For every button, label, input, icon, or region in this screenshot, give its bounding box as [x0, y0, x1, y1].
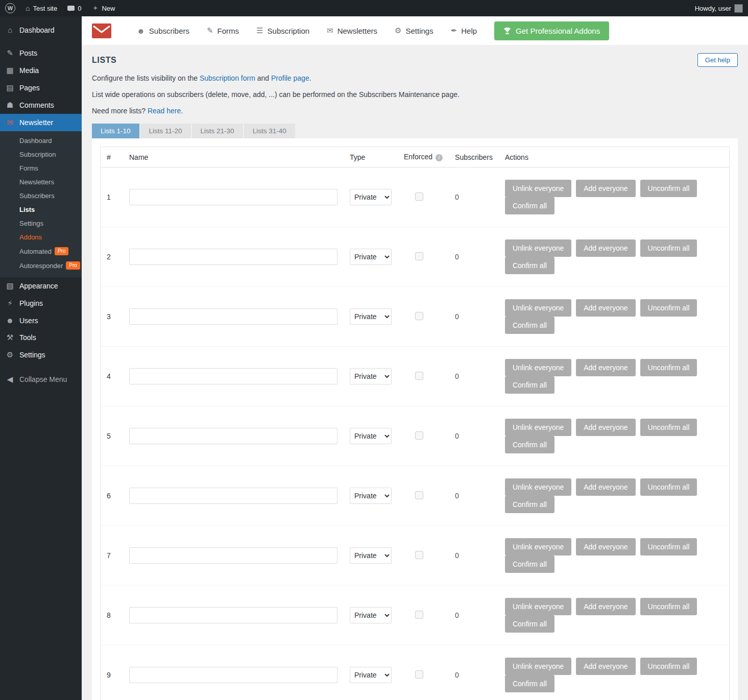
- tab-lists-1-10[interactable]: Lists 1-10: [92, 124, 139, 138]
- enforced-checkbox[interactable]: [415, 372, 423, 380]
- list-name-input[interactable]: [129, 488, 337, 504]
- add-everyone-button[interactable]: Add everyone: [576, 478, 635, 496]
- sidebar-item-newsletter[interactable]: ✉Newsletter: [0, 114, 82, 131]
- unconfirm-all-button[interactable]: Unconfirm all: [640, 239, 697, 257]
- unlink-everyone-button[interactable]: Unlink everyone: [505, 359, 571, 376]
- list-type-select[interactable]: Private: [350, 488, 392, 504]
- list-type-select[interactable]: Private: [350, 547, 392, 564]
- add-everyone-button[interactable]: Add everyone: [576, 180, 635, 197]
- submenu-item-forms[interactable]: Forms: [0, 161, 82, 175]
- nav-item-help[interactable]: ✒Help: [451, 26, 477, 35]
- unconfirm-all-button[interactable]: Unconfirm all: [640, 359, 697, 376]
- unlink-everyone-button[interactable]: Unlink everyone: [505, 419, 571, 436]
- list-name-input[interactable]: [129, 249, 337, 265]
- enforced-checkbox[interactable]: [415, 551, 423, 559]
- nav-item-forms[interactable]: ✎Forms: [207, 26, 239, 35]
- submenu-item-lists[interactable]: Lists: [0, 203, 82, 216]
- confirm-all-button[interactable]: Confirm all: [505, 376, 554, 394]
- unlink-everyone-button[interactable]: Unlink everyone: [505, 299, 571, 317]
- subscription-form-link[interactable]: Subscription form: [200, 74, 255, 82]
- add-everyone-button[interactable]: Add everyone: [576, 658, 635, 675]
- submenu-item-subscription[interactable]: Subscription: [0, 148, 82, 161]
- unlink-everyone-button[interactable]: Unlink everyone: [505, 538, 571, 556]
- unlink-everyone-button[interactable]: Unlink everyone: [505, 658, 571, 675]
- nav-item-newsletters[interactable]: ✉Newsletters: [327, 26, 377, 35]
- enforced-checkbox[interactable]: [415, 491, 423, 499]
- tab-lists-21-30[interactable]: Lists 21-30: [192, 124, 243, 138]
- enforced-checkbox[interactable]: [415, 252, 423, 260]
- unlink-everyone-button[interactable]: Unlink everyone: [505, 180, 571, 197]
- sidebar-item-collapse-menu[interactable]: ◀Collapse Menu: [0, 371, 82, 388]
- enforced-checkbox[interactable]: [415, 192, 423, 201]
- add-everyone-button[interactable]: Add everyone: [576, 598, 635, 615]
- comments-indicator[interactable]: 0: [62, 0, 86, 16]
- confirm-all-button[interactable]: Confirm all: [505, 317, 554, 334]
- sidebar-item-posts[interactable]: ✎Posts: [0, 44, 82, 62]
- list-type-select[interactable]: Private: [350, 607, 392, 623]
- unconfirm-all-button[interactable]: Unconfirm all: [640, 598, 697, 615]
- confirm-all-button[interactable]: Confirm all: [505, 496, 554, 513]
- submenu-item-autoresponder[interactable]: AutoresponderPro: [0, 258, 82, 273]
- unconfirm-all-button[interactable]: Unconfirm all: [640, 180, 697, 197]
- list-name-input[interactable]: [129, 667, 337, 683]
- list-name-input[interactable]: [129, 428, 337, 444]
- enforced-checkbox[interactable]: [415, 670, 423, 679]
- unconfirm-all-button[interactable]: Unconfirm all: [640, 658, 697, 675]
- sidebar-item-appearance[interactable]: ▧Appearance: [0, 277, 82, 295]
- sidebar-item-dashboard[interactable]: ⌂Dashboard: [0, 21, 82, 38]
- add-everyone-button[interactable]: Add everyone: [576, 419, 635, 436]
- add-everyone-button[interactable]: Add everyone: [576, 239, 635, 257]
- confirm-all-button[interactable]: Confirm all: [505, 615, 554, 633]
- sidebar-item-users[interactable]: ☻Users: [0, 312, 82, 329]
- confirm-all-button[interactable]: Confirm all: [505, 197, 554, 214]
- read-here-link[interactable]: Read here: [148, 107, 181, 115]
- unconfirm-all-button[interactable]: Unconfirm all: [640, 478, 697, 496]
- list-type-select[interactable]: Private: [350, 189, 392, 205]
- tab-lists-11-20[interactable]: Lists 11-20: [140, 124, 191, 138]
- get-help-button[interactable]: Get help: [697, 53, 738, 67]
- nav-item-subscription[interactable]: ☰Subscription: [256, 26, 309, 35]
- list-name-input[interactable]: [129, 189, 337, 205]
- sidebar-item-pages[interactable]: ▤Pages: [0, 79, 82, 96]
- submenu-item-automated[interactable]: AutomatedPro: [0, 244, 82, 258]
- submenu-item-dashboard[interactable]: Dashboard: [0, 134, 82, 148]
- sidebar-item-tools[interactable]: ⚒Tools: [0, 329, 82, 346]
- unlink-everyone-button[interactable]: Unlink everyone: [505, 239, 571, 257]
- list-name-input[interactable]: [129, 547, 337, 564]
- confirm-all-button[interactable]: Confirm all: [505, 675, 554, 692]
- submenu-item-newsletters[interactable]: Newsletters: [0, 175, 82, 189]
- add-everyone-button[interactable]: Add everyone: [576, 299, 635, 317]
- profile-page-link[interactable]: Profile page: [271, 74, 309, 82]
- howdy-account-menu[interactable]: Howdy, user: [690, 0, 748, 16]
- enforced-checkbox[interactable]: [415, 312, 423, 320]
- unlink-everyone-button[interactable]: Unlink everyone: [505, 478, 571, 496]
- list-type-select[interactable]: Private: [350, 667, 392, 683]
- unconfirm-all-button[interactable]: Unconfirm all: [640, 419, 697, 436]
- submenu-item-addons[interactable]: Addons: [0, 230, 82, 244]
- add-everyone-button[interactable]: Add everyone: [576, 359, 635, 376]
- nav-item-settings[interactable]: ⚙Settings: [395, 26, 433, 35]
- confirm-all-button[interactable]: Confirm all: [505, 436, 554, 453]
- sidebar-item-media[interactable]: ▦Media: [0, 62, 82, 79]
- enforced-checkbox[interactable]: [415, 431, 423, 440]
- submenu-item-settings[interactable]: Settings: [0, 216, 82, 230]
- sidebar-item-settings[interactable]: ⚙Settings: [0, 346, 82, 364]
- sidebar-item-plugins[interactable]: ⚡Plugins: [0, 295, 82, 312]
- get-professional-addons-button[interactable]: Get Professional Addons: [494, 21, 609, 40]
- tab-lists-31-40[interactable]: Lists 31-40: [244, 124, 295, 138]
- unlink-everyone-button[interactable]: Unlink everyone: [505, 598, 571, 615]
- confirm-all-button[interactable]: Confirm all: [505, 556, 554, 573]
- list-type-select[interactable]: Private: [350, 428, 392, 444]
- list-name-input[interactable]: [129, 308, 337, 325]
- add-everyone-button[interactable]: Add everyone: [576, 538, 635, 556]
- confirm-all-button[interactable]: Confirm all: [505, 257, 554, 274]
- list-name-input[interactable]: [129, 607, 337, 623]
- sidebar-item-comments[interactable]: ☗Comments: [0, 96, 82, 114]
- wordpress-menu[interactable]: W: [0, 0, 20, 16]
- info-icon[interactable]: i: [436, 154, 443, 161]
- enforced-checkbox[interactable]: [415, 611, 423, 619]
- unconfirm-all-button[interactable]: Unconfirm all: [640, 299, 697, 317]
- list-type-select[interactable]: Private: [350, 308, 392, 325]
- submenu-item-subscribers[interactable]: Subscribers: [0, 189, 82, 203]
- new-content-menu[interactable]: ＋ New: [86, 0, 120, 16]
